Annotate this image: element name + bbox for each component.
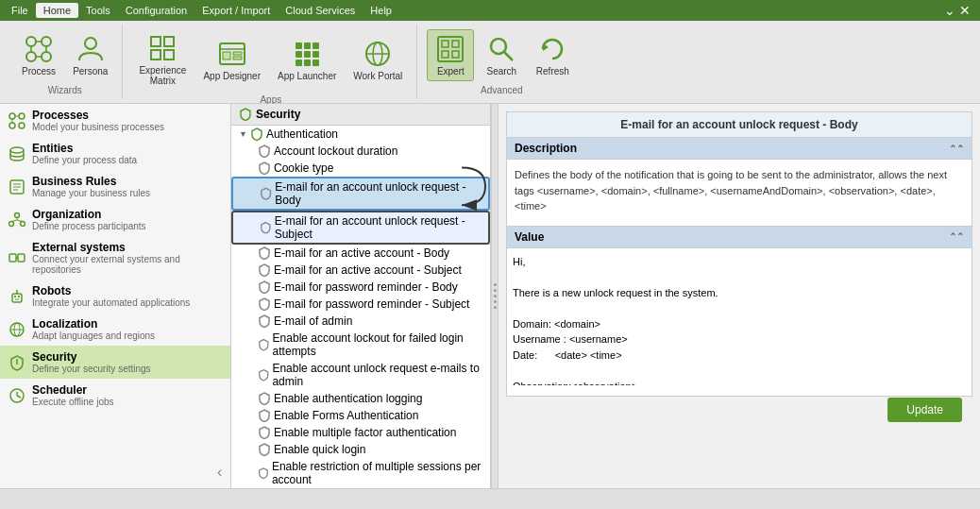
- enable-mfa-label: Enable multiple factor authentication: [274, 426, 456, 439]
- tree-node-authentication[interactable]: ▼ Authentication: [231, 126, 490, 143]
- menu-home[interactable]: Home: [36, 3, 78, 18]
- sidebar-item-entities[interactable]: Entities Define your process data: [0, 137, 230, 170]
- svg-rect-32: [452, 41, 459, 47]
- tree-node-enable-forms-auth[interactable]: Enable Forms Authentication: [231, 407, 490, 424]
- svg-line-54: [17, 220, 23, 222]
- status-bar: [0, 488, 980, 509]
- persona-icon: [76, 34, 106, 64]
- tree-node-cookie-type[interactable]: Cookie type: [231, 160, 490, 177]
- svg-point-0: [26, 37, 36, 46]
- robots-title: Robots: [32, 284, 190, 297]
- sidebar-collapse-button[interactable]: ‹: [217, 464, 222, 481]
- refresh-button[interactable]: Refresh: [529, 29, 576, 81]
- svg-rect-26: [313, 59, 319, 66]
- update-button[interactable]: Update: [887, 398, 962, 422]
- tree-node-email-password-subject[interactable]: E-mail for password reminder - Subject: [231, 296, 490, 313]
- experience-matrix-button[interactable]: ExperienceMatrix: [132, 28, 193, 91]
- scheduler-sub: Execute offline jobs: [32, 397, 114, 407]
- toolbar-section-apps: ExperienceMatrix App Designer: [125, 25, 417, 99]
- svg-line-71: [17, 396, 21, 398]
- svg-rect-33: [442, 51, 448, 58]
- menu-help[interactable]: Help: [363, 3, 399, 18]
- tree-node-email-unlock-body[interactable]: E-mail for an account unlock request - B…: [231, 177, 490, 211]
- tree-node-enable-multiple-sessions[interactable]: Enable restriction of multiple sessions …: [231, 458, 490, 488]
- description-section-header: Description ⌃⌃: [507, 138, 972, 160]
- toolbar: Process Persona Wizards: [0, 21, 980, 104]
- email-admin-label: E-mail of admin: [274, 314, 352, 328]
- tree-header-label: Security: [256, 108, 300, 121]
- scheduler-icon: [8, 386, 26, 405]
- app-launcher-icon: [292, 39, 322, 69]
- processes-title: Processes: [32, 109, 164, 122]
- tree-node-enable-lockout[interactable]: Enable account lockout for failed login …: [231, 330, 490, 360]
- sidebar-item-external-systems[interactable]: External systems Connect your external s…: [0, 236, 230, 280]
- svg-point-51: [21, 221, 25, 226]
- svg-point-2: [26, 52, 36, 61]
- svg-rect-19: [304, 42, 311, 49]
- tree-node-email-admin[interactable]: E-mail of admin: [231, 313, 490, 330]
- svg-point-40: [9, 123, 15, 128]
- menu-cloud-services[interactable]: Cloud Services: [278, 3, 363, 18]
- svg-rect-10: [164, 37, 174, 46]
- svg-rect-56: [18, 254, 25, 262]
- svg-point-41: [19, 123, 25, 128]
- robots-sub: Integrate your automated applications: [32, 297, 190, 308]
- menu-export-import[interactable]: Export / Import: [194, 3, 278, 18]
- svg-point-35: [491, 39, 506, 54]
- panel-splitter[interactable]: [491, 104, 498, 488]
- sidebar-item-robots[interactable]: Robots Integrate your automated applicat…: [0, 280, 230, 313]
- tree-node-email-unlock-subject[interactable]: E-mail for an account unlock request - S…: [231, 211, 490, 245]
- node-icon-enable-auth-logging: [258, 392, 271, 405]
- tree-node-enable-quick-login[interactable]: Enable quick login: [231, 441, 490, 458]
- svg-rect-15: [223, 52, 230, 59]
- tree-header: Security: [231, 104, 490, 126]
- processes-sub: Model your business processes: [32, 122, 164, 132]
- refresh-label: Refresh: [536, 66, 569, 76]
- sidebar-item-organization[interactable]: Organization Define process participants: [0, 203, 230, 236]
- work-portal-label: Work Portal: [353, 71, 402, 81]
- node-icon-email-active-body: [258, 246, 271, 260]
- svg-rect-16: [233, 52, 242, 55]
- description-collapse-button[interactable]: ⌃⌃: [949, 144, 964, 154]
- value-collapse-button[interactable]: ⌃⌃: [949, 231, 964, 242]
- persona-button[interactable]: Persona: [66, 29, 114, 81]
- sidebar-item-business-rules[interactable]: Business Rules Manage your business rule…: [0, 170, 230, 203]
- menu-tools[interactable]: Tools: [78, 3, 118, 18]
- menu-file[interactable]: File: [4, 3, 36, 18]
- node-icon-enable-mfa: [258, 426, 271, 439]
- value-textarea[interactable]: [507, 248, 972, 385]
- tree-node-enable-mfa[interactable]: Enable multiple factor authentication: [231, 424, 490, 441]
- svg-rect-21: [296, 51, 302, 58]
- svg-rect-55: [9, 254, 16, 262]
- experience-matrix-icon: [147, 33, 177, 63]
- auth-folder-icon: [250, 127, 263, 141]
- work-portal-icon: [363, 39, 393, 69]
- node-icon-email-password-body: [258, 280, 271, 294]
- tree-node-account-lockout[interactable]: Account lockout duration: [231, 143, 490, 160]
- email-password-subject-label: E-mail for password reminder - Subject: [274, 297, 469, 311]
- sidebar-item-localization[interactable]: Localization Adapt languages and regions: [0, 313, 230, 346]
- process-button[interactable]: Process: [15, 29, 62, 81]
- tree-node-email-active-subject[interactable]: E-mail for an active account - Subject: [231, 262, 490, 279]
- process-icon: [24, 34, 54, 64]
- tree-node-email-active-body[interactable]: E-mail for an active account - Body: [231, 245, 490, 262]
- toolbar-section-wizards: Process Persona Wizards: [8, 25, 123, 99]
- sidebar-item-scheduler[interactable]: Scheduler Execute offline jobs: [0, 379, 230, 412]
- sidebar-item-processes[interactable]: Processes Model your business processes: [0, 104, 230, 137]
- tree-node-enable-auth-logging[interactable]: Enable authentication logging: [231, 390, 490, 407]
- expert-button[interactable]: Expert: [427, 29, 474, 81]
- tree-scroll[interactable]: ▼ Authentication Account lockout duratio…: [231, 126, 490, 488]
- menu-configuration[interactable]: Configuration: [118, 3, 194, 18]
- app-designer-button[interactable]: App Designer: [196, 34, 267, 86]
- app-launcher-button[interactable]: App Launcher: [271, 34, 343, 86]
- work-portal-button[interactable]: Work Portal: [346, 34, 409, 86]
- tree-node-enable-unlock-emails[interactable]: Enable account unlock request e-mails to…: [231, 360, 490, 390]
- svg-point-63: [16, 290, 18, 292]
- sidebar-item-security[interactable]: Security Define your security settings: [0, 346, 230, 379]
- node-icon-email-password-subject: [258, 297, 271, 311]
- app-designer-label: App Designer: [203, 71, 261, 81]
- menu-bar: File Home Tools Configuration Export / I…: [0, 0, 980, 21]
- node-icon-enable-quick-login: [258, 443, 271, 456]
- tree-node-email-password-body[interactable]: E-mail for password reminder - Body: [231, 279, 490, 296]
- search-button[interactable]: Search: [478, 29, 525, 81]
